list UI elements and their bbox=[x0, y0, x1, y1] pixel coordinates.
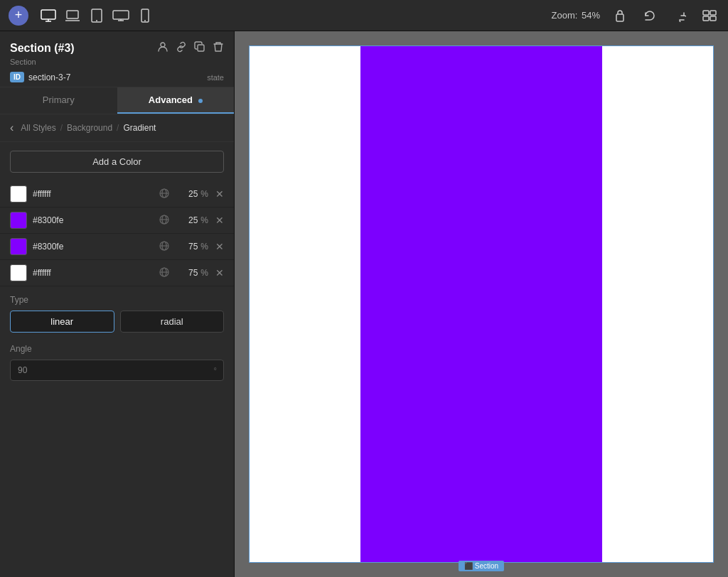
desktop-icon[interactable] bbox=[38, 6, 58, 26]
top-toolbar: + bbox=[0, 0, 728, 31]
id-value: section-3-7 bbox=[28, 72, 203, 82]
left-panel: Section (#3) bbox=[0, 31, 235, 577]
breadcrumb-sep-1: / bbox=[60, 123, 63, 133]
color-hex-input-3[interactable] bbox=[33, 242, 154, 252]
laptop-icon[interactable] bbox=[63, 6, 82, 26]
section-actions bbox=[157, 41, 224, 55]
svg-rect-14 bbox=[703, 16, 709, 21]
add-button[interactable]: + bbox=[9, 6, 28, 26]
breadcrumb-background[interactable]: Background bbox=[67, 123, 112, 133]
color-swatch-4[interactable] bbox=[10, 264, 27, 281]
color-swatch-3[interactable] bbox=[10, 238, 27, 255]
svg-rect-6 bbox=[113, 11, 129, 19]
section-title: Section (#3) bbox=[10, 42, 75, 55]
svg-rect-15 bbox=[710, 16, 716, 21]
globe-icon-1[interactable] bbox=[159, 188, 169, 200]
svg-rect-12 bbox=[703, 11, 709, 15]
toolbar-right: Zoom: 54% bbox=[552, 6, 720, 26]
color-remove-btn-4[interactable]: ✕ bbox=[215, 267, 224, 279]
svg-rect-0 bbox=[41, 10, 55, 19]
section-label-badge: ⬛ Section bbox=[459, 561, 504, 571]
zoom-label: Zoom: 54% bbox=[552, 10, 601, 21]
add-color-button[interactable]: Add a Color bbox=[10, 151, 224, 173]
globe-icon-4[interactable] bbox=[159, 267, 169, 279]
type-radial-button[interactable]: radial bbox=[120, 311, 225, 333]
color-stop-row: % ✕ bbox=[0, 260, 234, 286]
canvas-white-left bbox=[249, 45, 360, 563]
color-percent-input-4[interactable] bbox=[175, 268, 198, 278]
mobile-icon[interactable] bbox=[135, 6, 155, 26]
duplicate-icon[interactable] bbox=[194, 41, 205, 55]
color-stops-list: % ✕ % ✕ bbox=[0, 181, 234, 286]
tabs-row: Primary Advanced bbox=[0, 87, 234, 114]
canvas-purple-section bbox=[360, 45, 602, 563]
color-percent-input-1[interactable] bbox=[175, 189, 198, 199]
color-remove-btn-3[interactable]: ✕ bbox=[215, 241, 224, 252]
undo-icon[interactable] bbox=[640, 6, 660, 26]
person-icon[interactable] bbox=[157, 41, 168, 55]
breadcrumb-gradient: Gradient bbox=[123, 123, 156, 133]
wide-monitor-icon[interactable] bbox=[111, 6, 131, 26]
svg-point-5 bbox=[96, 20, 97, 21]
link-icon[interactable] bbox=[176, 41, 187, 55]
color-percent-input-3[interactable] bbox=[175, 242, 198, 252]
svg-rect-3 bbox=[67, 11, 78, 18]
id-badge: ID bbox=[10, 72, 24, 82]
canvas-white-right bbox=[602, 45, 714, 563]
svg-rect-17 bbox=[198, 45, 204, 51]
canvas-area: ⬛ Section bbox=[235, 31, 728, 577]
breadcrumb-all-styles[interactable]: All Styles bbox=[21, 123, 55, 133]
state-badge: state bbox=[207, 73, 224, 82]
color-hex-input-4[interactable] bbox=[33, 268, 154, 278]
color-swatch-1[interactable] bbox=[10, 185, 27, 203]
angle-input[interactable] bbox=[10, 360, 224, 381]
type-buttons: linear radial bbox=[10, 311, 224, 333]
tab-primary[interactable]: Primary bbox=[0, 87, 117, 114]
breadcrumb: ‹ All Styles / Background / Gradient bbox=[0, 114, 234, 142]
svg-rect-13 bbox=[710, 11, 716, 15]
device-icons bbox=[38, 6, 155, 26]
angle-unit: ° bbox=[214, 366, 217, 374]
color-remove-btn-2[interactable]: ✕ bbox=[215, 215, 224, 226]
section-header: Section (#3) bbox=[0, 31, 234, 87]
angle-input-row: ° bbox=[10, 360, 224, 381]
zoom-value: 54% bbox=[582, 10, 600, 21]
tab-active-dot bbox=[198, 99, 203, 103]
color-stop-row: % ✕ bbox=[0, 234, 234, 260]
angle-section: Angle ° bbox=[0, 338, 234, 389]
type-linear-button[interactable]: linear bbox=[10, 311, 114, 333]
globe-icon-3[interactable] bbox=[159, 241, 169, 253]
section-subtitle: Section bbox=[10, 58, 224, 66]
delete-icon[interactable] bbox=[213, 41, 224, 55]
color-remove-btn-1[interactable]: ✕ bbox=[215, 188, 224, 200]
svg-point-16 bbox=[161, 43, 165, 47]
color-stop-row: % ✕ bbox=[0, 181, 234, 207]
tab-advanced[interactable]: Advanced bbox=[117, 87, 235, 114]
svg-rect-11 bbox=[616, 14, 623, 21]
angle-label: Angle bbox=[10, 344, 224, 354]
pages-icon[interactable] bbox=[700, 6, 719, 26]
svg-point-10 bbox=[144, 20, 146, 21]
type-label: Type bbox=[10, 295, 224, 305]
tablet-icon[interactable] bbox=[87, 6, 107, 26]
color-percent-input-2[interactable] bbox=[175, 215, 198, 225]
breadcrumb-sep-2: / bbox=[117, 123, 119, 133]
id-row: ID section-3-7 state bbox=[10, 72, 224, 82]
redo-icon[interactable] bbox=[670, 6, 690, 26]
main-area: Section (#3) bbox=[0, 31, 728, 577]
color-hex-input-2[interactable] bbox=[33, 215, 154, 225]
color-swatch-2[interactable] bbox=[10, 212, 27, 229]
color-stop-row: % ✕ bbox=[0, 207, 234, 234]
breadcrumb-back-icon[interactable]: ‹ bbox=[10, 122, 14, 134]
canvas-inner bbox=[249, 45, 714, 563]
color-hex-input-1[interactable] bbox=[33, 189, 154, 199]
globe-icon-2[interactable] bbox=[159, 215, 169, 227]
type-section: Type linear radial bbox=[0, 286, 234, 338]
lock-icon[interactable] bbox=[610, 6, 630, 26]
